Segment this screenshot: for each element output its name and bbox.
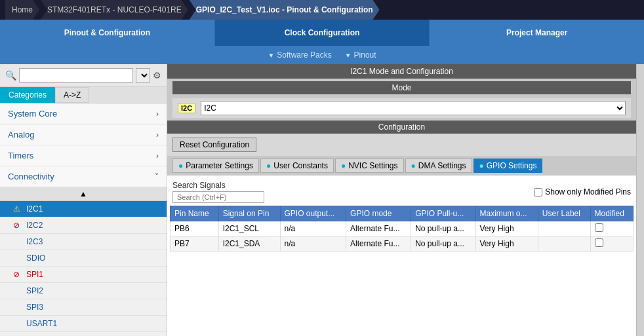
error-icon: ⊘ <box>13 221 22 230</box>
tab-clock-config[interactable]: Clock Configuration <box>215 20 430 46</box>
tab-parameter-settings[interactable]: ● Parameter Settings <box>172 159 259 173</box>
gear-icon[interactable]: ⚙ <box>153 70 161 81</box>
check-icon: ● <box>479 161 484 170</box>
show-modified-label: Show only Modified Pins <box>545 187 631 196</box>
chevron-down-icon: ▼ <box>345 52 352 59</box>
sidebar-item-analog[interactable]: Analog › <box>0 124 167 145</box>
error-icon: ⊘ <box>13 270 22 279</box>
item-label: SPI3 <box>26 303 43 312</box>
table-row[interactable]: PB7I2C1_SDAn/aAlternate Fu...No pull-up … <box>171 236 634 252</box>
sidebar-search-row: 🔍 ⚙ <box>0 64 167 87</box>
breadcrumb-board[interactable]: STM32F401RETx - NUCLEO-F401RE <box>41 0 188 20</box>
tab-dma-settings[interactable]: ● DMA Settings <box>405 159 472 173</box>
content-area: I2C1 Mode and Configuration Mode I2C I2C… <box>167 64 636 336</box>
col-user-label: User Label <box>538 206 590 221</box>
sidebar-item-spi1[interactable]: ⊘ SPI1 <box>0 267 167 283</box>
config-tabs: ● Parameter Settings ● User Constants ● … <box>167 156 636 176</box>
mode-row: I2C I2C Disable <box>172 98 631 118</box>
item-label: USART1 <box>26 319 57 328</box>
sidebar-item-system-core[interactable]: System Core › <box>0 103 167 124</box>
item-label: SPI1 <box>26 270 43 279</box>
tab-nvic-settings[interactable]: ● NVIC Settings <box>335 159 404 173</box>
tab-pinout-config[interactable]: Pinout & Configuration <box>0 20 215 46</box>
sub-tabs: ▼ Software Packs ▼ Pinout <box>0 46 644 64</box>
chevron-right-icon: › <box>156 109 159 119</box>
sidebar-item-spi2[interactable]: SPI2 <box>0 283 167 299</box>
sidebar-item-connectivity[interactable]: Connectivity ˅ <box>0 166 167 187</box>
scroll-up-indicator[interactable]: ▲ <box>0 187 167 201</box>
sidebar-tab-row: Categories A->Z <box>0 87 167 103</box>
content-header: I2C1 Mode and Configuration <box>167 64 636 79</box>
check-icon: ● <box>178 161 183 170</box>
check-icon: ● <box>411 161 416 170</box>
col-gpio-pull: GPIO Pull-u... <box>411 206 475 221</box>
category-label: System Core <box>8 109 57 119</box>
table-area: Search Signals Show only Modified Pins P… <box>167 176 636 336</box>
item-label: SPI2 <box>26 286 43 295</box>
tab-a-z[interactable]: A->Z <box>55 87 89 103</box>
show-modified-checkbox[interactable] <box>534 188 542 196</box>
sidebar-item-timers[interactable]: Timers › <box>0 145 167 166</box>
item-label: I2C2 <box>26 221 43 230</box>
tab-categories[interactable]: Categories <box>0 87 55 103</box>
breadcrumb-current[interactable]: GPIO_I2C_Test_V1.ioc - Pinout & Configur… <box>190 0 380 20</box>
category-label: Connectivity <box>8 172 54 181</box>
search-input[interactable] <box>19 68 133 83</box>
chevron-down-icon: ˅ <box>155 172 159 181</box>
up-arrow-icon: ▲ <box>79 189 87 198</box>
subtab-pinout[interactable]: ▼ Pinout <box>345 50 376 60</box>
config-toolbar: Reset Configuration <box>167 134 636 156</box>
tab-project-manager[interactable]: Project Manager <box>430 20 644 46</box>
sidebar-item-usart2[interactable]: ✓ USART2 <box>0 332 167 336</box>
sidebar-item-spi3[interactable]: SPI3 <box>0 299 167 316</box>
tab-gpio-settings[interactable]: ● GPIO Settings <box>473 159 543 173</box>
mode-label: Mode <box>172 81 631 94</box>
i2c-mode-select[interactable]: I2C Disable <box>201 101 626 115</box>
col-gpio-mode: GPIO mode <box>346 206 411 221</box>
search-signals-input[interactable] <box>172 191 264 203</box>
search-dropdown[interactable] <box>136 68 150 83</box>
sidebar-item-sdio[interactable]: SDIO <box>0 250 167 267</box>
breadcrumb-bar: Home STM32F401RETx - NUCLEO-F401RE GPIO_… <box>0 0 644 20</box>
sidebar-item-i2c2[interactable]: ⊘ I2C2 <box>0 217 167 234</box>
col-signal: Signal on Pin <box>218 206 280 221</box>
table-header-row: Search Signals Show only Modified Pins <box>170 178 634 206</box>
sidebar-item-i2c3[interactable]: I2C3 <box>0 234 167 250</box>
search-signals-label: Search Signals <box>172 181 264 190</box>
chevron-right-icon: › <box>156 130 159 140</box>
check-icon: ● <box>341 161 346 170</box>
table-row[interactable]: PB6I2C1_SCLn/aAlternate Fu...No pull-up … <box>171 221 634 236</box>
i2c-badge: I2C <box>178 103 195 113</box>
mode-section: Mode I2C I2C Disable <box>167 79 636 121</box>
tab-user-constants[interactable]: ● User Constants <box>260 159 334 173</box>
chevron-right-icon: › <box>156 151 159 160</box>
sidebar-item-usart1[interactable]: USART1 <box>0 316 167 332</box>
col-pin-name: Pin Name <box>171 206 219 221</box>
sidebar-items: System Core › Analog › Timers › Connecti… <box>0 103 167 336</box>
top-tabs: Pinout & Configuration Clock Configurati… <box>0 20 644 46</box>
item-label: I2C3 <box>26 237 43 246</box>
subtab-software-packs[interactable]: ▼ Software Packs <box>268 50 331 60</box>
show-modified-row: Show only Modified Pins <box>534 187 631 196</box>
reset-configuration-button[interactable]: Reset Configuration <box>172 138 256 152</box>
right-scrollbar[interactable] <box>636 64 644 336</box>
col-modified: Modified <box>590 206 634 221</box>
gpio-table: Pin Name Signal on Pin GPIO output... GP… <box>170 206 634 252</box>
category-label: Timers <box>8 151 33 160</box>
modified-checkbox[interactable] <box>595 238 603 247</box>
connectivity-items: ⚠ I2C1 ⊘ I2C2 I2C3 SDIO ⊘ SPI1 <box>0 201 167 336</box>
item-label: I2C1 <box>26 204 43 214</box>
breadcrumb-home[interactable]: Home <box>5 0 39 20</box>
search-signals-section: Search Signals <box>172 181 264 203</box>
config-section: Configuration Reset Configuration ● Para… <box>167 121 636 336</box>
sidebar-item-i2c1[interactable]: ⚠ I2C1 <box>0 201 167 217</box>
chevron-down-icon: ▼ <box>268 52 274 59</box>
main-layout: 🔍 ⚙ Categories A->Z System Core › Analog <box>0 64 644 336</box>
search-icon: 🔍 <box>5 70 16 81</box>
col-gpio-output: GPIO output... <box>280 206 346 221</box>
modified-checkbox[interactable] <box>595 223 603 232</box>
item-label: SDIO <box>26 253 45 263</box>
category-label: Analog <box>8 130 34 140</box>
config-label: Configuration <box>167 121 636 134</box>
sidebar: 🔍 ⚙ Categories A->Z System Core › Analog <box>0 64 167 336</box>
